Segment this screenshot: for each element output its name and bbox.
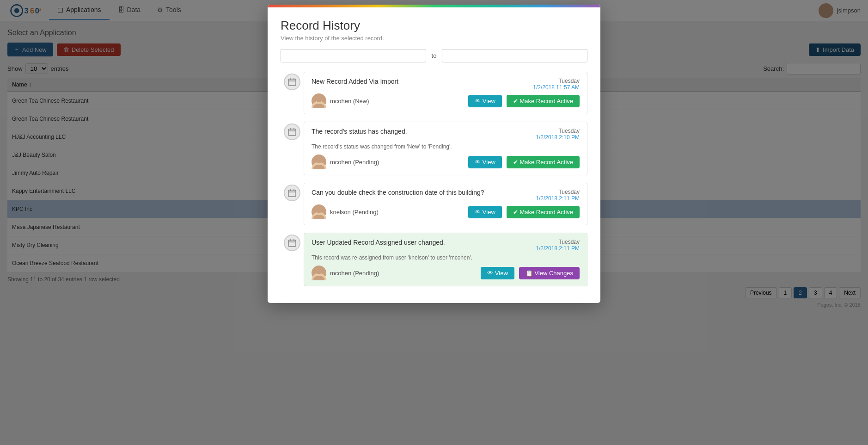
event-date: Tuesday 1/2/2018 2:11 PM	[536, 239, 580, 252]
timeline-left	[281, 72, 304, 114]
user-avatar	[312, 93, 326, 108]
timeline-actions: knelson (Pending) 👁 View✔ Make Record Ac…	[312, 204, 580, 219]
event-user: mcohen (New)	[330, 98, 369, 105]
timeline-content: User Updated Record Assigned user change…	[304, 233, 587, 286]
user-info: knelson (Pending)	[312, 204, 464, 219]
event-datetime: 1/2/2018 2:11 PM	[536, 245, 580, 252]
calendar-icon	[284, 74, 300, 90]
event-date: Tuesday 1/2/2018 2:11 PM	[536, 189, 580, 202]
user-info: mcohen (Pending)	[312, 155, 464, 169]
modal-header: Record History View the history of the s…	[268, 7, 600, 49]
event-day: Tuesday	[536, 128, 580, 134]
timeline-content: The record's status has changed. Tuesday…	[304, 122, 587, 175]
calendar-icon	[284, 185, 300, 201]
event-user: mcohen (Pending)	[330, 270, 379, 277]
event-datetime: 1/2/2018 2:10 PM	[536, 134, 580, 141]
svg-point-34	[316, 268, 322, 274]
timeline-item: User Updated Record Assigned user change…	[281, 233, 587, 286]
event-title: Can you double check the construction da…	[312, 189, 484, 196]
calendar-icon	[284, 235, 300, 251]
svg-rect-22	[288, 190, 296, 197]
modal-body: to New Record Added Via Import Tuesday 1…	[268, 49, 600, 303]
event-title: User Updated Record Assigned user change…	[312, 239, 445, 246]
timeline-content: New Record Added Via Import Tuesday 1/2/…	[304, 72, 587, 114]
action-green-button[interactable]: ✔ Make Record Active	[507, 156, 580, 168]
timeline-header: User Updated Record Assigned user change…	[312, 239, 580, 252]
svg-rect-8	[288, 79, 296, 86]
action-green-button[interactable]: ✔ Make Record Active	[507, 206, 580, 218]
calendar-icon	[284, 124, 300, 140]
user-info: mcohen (Pending)	[312, 266, 476, 280]
event-subtext: The record's status was changed from 'Ne…	[312, 143, 580, 150]
modal-subtitle: View the history of the selected record.	[281, 35, 587, 42]
action-cyan-button[interactable]: 👁 View	[468, 156, 502, 168]
timeline-item: New Record Added Via Import Tuesday 1/2/…	[281, 72, 587, 114]
timeline-actions: mcohen (Pending) 👁 View📋 View Changes	[312, 266, 580, 280]
timeline: New Record Added Via Import Tuesday 1/2/…	[281, 72, 587, 286]
modal-overlay[interactable]: Record History View the history of the s…	[0, 0, 868, 315]
record-history-modal: Record History View the history of the s…	[268, 5, 600, 303]
event-subtext: This record was re-assigned from user 'k…	[312, 254, 580, 261]
svg-rect-29	[288, 240, 296, 247]
date-to-input[interactable]	[442, 49, 587, 62]
date-filter: to	[281, 49, 587, 62]
timeline-header: New Record Added Via Import Tuesday 1/2/…	[312, 78, 580, 91]
svg-point-27	[316, 207, 322, 213]
modal-title: Record History	[281, 19, 587, 33]
event-day: Tuesday	[533, 78, 580, 84]
event-date: Tuesday 1/2/2018 2:10 PM	[536, 128, 580, 141]
svg-rect-15	[288, 129, 296, 136]
action-green-button[interactable]: ✔ Make Record Active	[507, 95, 580, 107]
timeline-actions: mcohen (Pending) 👁 View✔ Make Record Act…	[312, 155, 580, 169]
timeline-header: Can you double check the construction da…	[312, 189, 580, 202]
timeline-item: Can you double check the construction da…	[281, 183, 587, 225]
svg-point-20	[316, 157, 322, 163]
event-title: New Record Added Via Import	[312, 78, 398, 85]
action-cyan-button[interactable]: 👁 View	[468, 95, 502, 107]
event-user: knelson (Pending)	[330, 209, 379, 216]
event-datetime: 1/2/2018 2:11 PM	[536, 195, 580, 202]
date-from-input[interactable]	[281, 49, 426, 62]
event-user: mcohen (Pending)	[330, 159, 379, 166]
event-title: The record's status has changed.	[312, 128, 407, 135]
action-cyan-button[interactable]: 👁 View	[481, 267, 514, 279]
event-date: Tuesday 1/2/2018 11:57 AM	[533, 78, 580, 91]
event-day: Tuesday	[536, 189, 580, 195]
action-purple-button[interactable]: 📋 View Changes	[519, 267, 580, 279]
timeline-actions: mcohen (New) 👁 View✔ Make Record Active	[312, 93, 580, 108]
user-info: mcohen (New)	[312, 93, 464, 108]
event-day: Tuesday	[536, 239, 580, 245]
timeline-item: The record's status has changed. Tuesday…	[281, 122, 587, 175]
timeline-left	[281, 183, 304, 225]
svg-point-13	[316, 96, 322, 102]
event-datetime: 1/2/2018 11:57 AM	[533, 84, 580, 91]
timeline-header: The record's status has changed. Tuesday…	[312, 128, 580, 141]
action-cyan-button[interactable]: 👁 View	[468, 206, 502, 218]
timeline-content: Can you double check the construction da…	[304, 183, 587, 225]
user-avatar	[312, 266, 326, 280]
timeline-left	[281, 233, 304, 286]
timeline-left	[281, 122, 304, 175]
date-to-label: to	[432, 52, 437, 59]
user-avatar	[312, 155, 326, 169]
user-avatar	[312, 204, 326, 219]
